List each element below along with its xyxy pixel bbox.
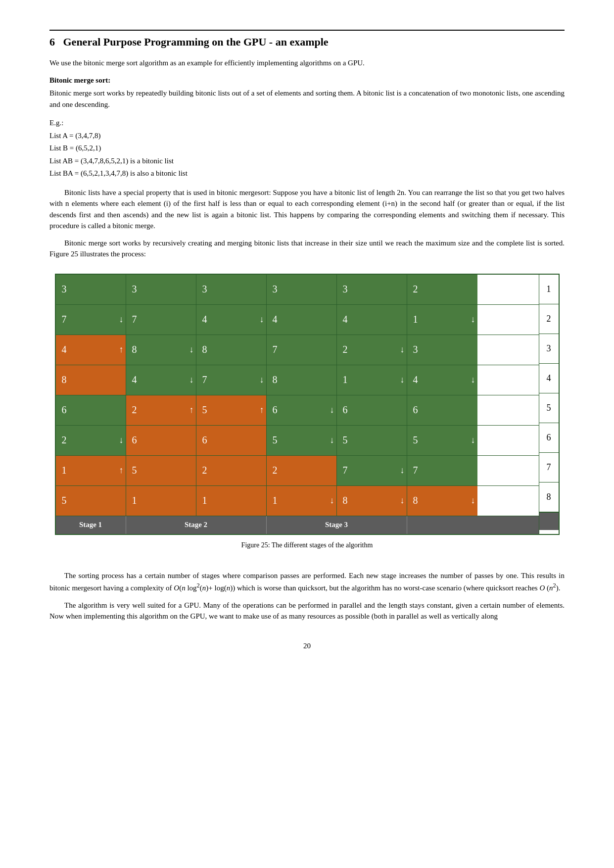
example-line-1: List A = (3,4,7,8) <box>49 130 565 143</box>
cell-r1c3: 3 <box>196 275 267 304</box>
cell-r3c4: 7 <box>267 335 337 365</box>
cell-r4c4: 8 <box>267 365 337 395</box>
cell-r4c5: 1↓ <box>337 365 407 395</box>
paragraph-1: Bitonic lists have a special property th… <box>49 187 565 232</box>
cell-r1c6: 2 <box>407 275 477 304</box>
diagram-footer: Stage 1 Stage 2 Stage 3 <box>56 516 539 534</box>
subsection-body: Bitonic merge sort works by repeatedly b… <box>49 88 565 110</box>
diagram-row-2: 7↓ 7 4↓ 4 4 1↓ <box>56 305 539 335</box>
diagram-row-7: 1↑ 5 2 2 7↓ 7 <box>56 456 539 486</box>
diagram-row-4: 8 4↓ 7↓ 8 1↓ 4↓ <box>56 365 539 395</box>
cell-r3c6: 3 <box>407 335 477 365</box>
cell-r2c3: 4↓ <box>196 305 267 335</box>
subsection-title: Bitonic merge sort: <box>49 76 110 84</box>
cell-r6c3: 6 <box>196 426 267 455</box>
cell-r7c5: 7↓ <box>337 456 407 485</box>
side-num-8: 8 <box>539 482 559 512</box>
side-num-1: 1 <box>539 275 559 304</box>
cell-r4c3: 7↓ <box>196 365 267 395</box>
side-num-6: 6 <box>539 423 559 453</box>
footer-stage1: Stage 1 <box>56 516 126 534</box>
cell-r8c5: 8↓ <box>337 486 407 516</box>
cell-r3c5: 2↓ <box>337 335 407 365</box>
example-block: E.g.: List A = (3,4,7,8) List B = (6,5,2… <box>49 117 565 180</box>
subsection-label: Bitonic merge sort: <box>49 75 565 86</box>
cell-r3c3: 8 <box>196 335 267 365</box>
cell-r6c5: 5 <box>337 426 407 455</box>
cell-r7c4: 2 <box>267 456 337 485</box>
cell-r5c6: 6 <box>407 395 477 425</box>
cell-r8c1: 5 <box>56 486 126 516</box>
cell-r1c1: 3 <box>56 275 126 304</box>
side-num-3: 3 <box>539 334 559 364</box>
example-line-4: List BA = (6,5,2,1,3,4,7,8) is also a bi… <box>49 167 565 180</box>
cell-r5c2: 2↑ <box>126 395 196 425</box>
cell-r7c1: 1↑ <box>56 456 126 485</box>
figure-25: 3 3 3 3 3 2 7↓ 7 4↓ 4 4 1↓ 4↑ 8↓ 8 7 2↓ <box>49 274 565 556</box>
diagram-row-8: 5 1 1 1↓ 8↓ 8↓ <box>56 486 539 516</box>
side-num-4: 4 <box>539 364 559 393</box>
cell-r2c6: 1↓ <box>407 305 477 335</box>
cell-r5c3: 5↑ <box>196 395 267 425</box>
side-num-footer <box>539 512 559 530</box>
cell-r4c6: 4↓ <box>407 365 477 395</box>
example-line-2: List B = (6,5,2,1) <box>49 142 565 155</box>
diagram-row-3: 4↑ 8↓ 8 7 2↓ 3 <box>56 335 539 365</box>
cell-r6c4: 5↓ <box>267 426 337 455</box>
example-label: E.g.: <box>49 117 565 130</box>
cell-r1c2: 3 <box>126 275 196 304</box>
paragraph-3: The sorting process has a certain number… <box>49 570 565 594</box>
cell-r1c5: 3 <box>337 275 407 304</box>
cell-r2c5: 4 <box>337 305 407 335</box>
side-num-5: 5 <box>539 393 559 423</box>
cell-r1c4: 3 <box>267 275 337 304</box>
cell-r6c2: 6 <box>126 426 196 455</box>
section-title: General Purpose Programming on the GPU -… <box>63 36 329 48</box>
example-line-3: List AB = (3,4,7,8,6,5,2,1) is a bitonic… <box>49 155 565 168</box>
diagram-row-6: 2↓ 6 6 5↓ 5 5↓ <box>56 426 539 456</box>
cell-r2c2: 7 <box>126 305 196 335</box>
cell-r6c6: 5↓ <box>407 426 477 455</box>
cell-r3c1: 4↑ <box>56 335 126 365</box>
cell-r7c3: 2 <box>196 456 267 485</box>
footer-stage3: Stage 3 <box>267 516 407 534</box>
cell-r8c3: 1 <box>196 486 267 516</box>
cell-r4c1: 8 <box>56 365 126 395</box>
footer-stage2: Stage 2 <box>126 516 267 534</box>
footer-empty <box>407 516 477 534</box>
cell-r5c1: 6 <box>56 395 126 425</box>
cell-r8c2: 1 <box>126 486 196 516</box>
cell-r5c4: 6↓ <box>267 395 337 425</box>
side-numbers: 1 2 3 4 5 6 7 8 <box>539 275 559 534</box>
cell-r3c2: 8↓ <box>126 335 196 365</box>
cell-r2c4: 4 <box>267 305 337 335</box>
cell-r8c6: 8↓ <box>407 486 477 516</box>
diagram-row-5: 6 2↑ 5↑ 6↓ 6 6 <box>56 395 539 426</box>
intro-paragraph: We use the bitonic merge sort algorithm … <box>49 57 565 69</box>
cell-r7c6: 7 <box>407 456 477 485</box>
side-num-7: 7 <box>539 453 559 482</box>
page-number: 20 <box>49 642 565 650</box>
paragraph-2: Bitonic merge sort works by recursively … <box>49 238 565 260</box>
cell-r7c2: 5 <box>126 456 196 485</box>
cell-r8c4: 1↓ <box>267 486 337 516</box>
diagram-grid: 3 3 3 3 3 2 7↓ 7 4↓ 4 4 1↓ 4↑ 8↓ 8 7 2↓ <box>56 275 539 534</box>
diagram-row-1: 3 3 3 3 3 2 <box>56 275 539 305</box>
side-num-2: 2 <box>539 304 559 334</box>
cell-r4c2: 4↓ <box>126 365 196 395</box>
cell-r2c1: 7↓ <box>56 305 126 335</box>
diagram-outer: 3 3 3 3 3 2 7↓ 7 4↓ 4 4 1↓ 4↑ 8↓ 8 7 2↓ <box>55 274 560 535</box>
cell-r6c1: 2↓ <box>56 426 126 455</box>
section-number: 6 <box>49 36 55 48</box>
section-heading: 6 General Purpose Programming on the GPU… <box>49 30 565 48</box>
cell-r5c5: 6 <box>337 395 407 425</box>
figure-caption: Figure 25: The different stages of the a… <box>241 540 373 550</box>
paragraph-4: The algorithm is very well suited for a … <box>49 600 565 622</box>
